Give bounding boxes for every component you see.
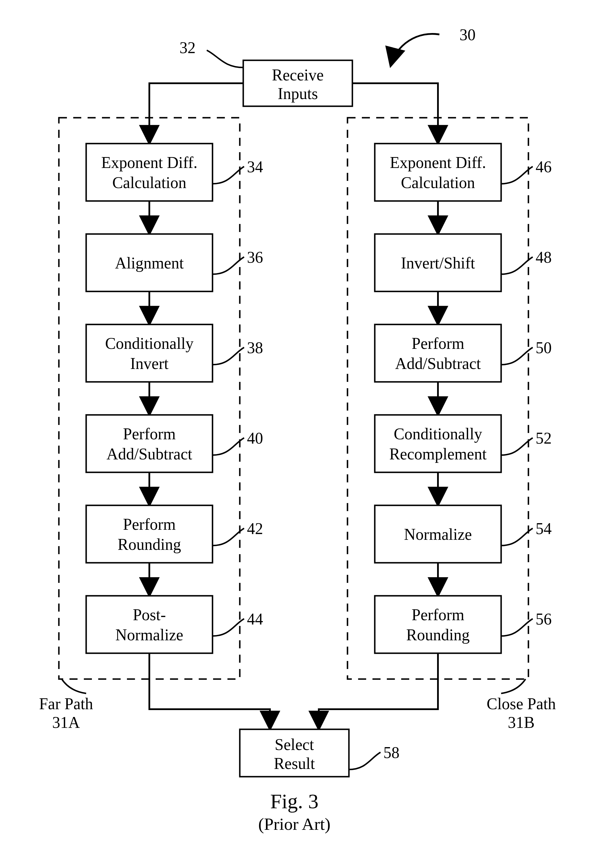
far-path-label-line2: 31A — [52, 714, 80, 731]
flowchart-svg: 30 Receive Inputs 32 Exponent Diff. Calc… — [0, 0, 616, 841]
ref-30: 30 — [459, 26, 475, 44]
far-step-5-line2: Normalize — [116, 626, 183, 644]
receive-inputs-box: Receive Inputs — [243, 60, 352, 106]
ref-30-arc — [390, 34, 439, 66]
close-step-3: Conditionally Recomplement — [375, 415, 501, 472]
svg-rect-3 — [86, 324, 213, 382]
far-step-0-ref: 34 — [247, 158, 263, 176]
far-step-3-line2: Add/Subtract — [107, 445, 192, 463]
close-step-1-ref: 48 — [535, 248, 551, 266]
far-step-3: Perform Add/Subtract — [86, 415, 213, 472]
close-step-5-line2: Rounding — [406, 626, 470, 644]
receive-inputs-line2: Inputs — [278, 85, 318, 103]
close-step-0-line2: Calculation — [401, 174, 475, 192]
far-step-3-line1: Perform — [123, 425, 176, 443]
far-path-label-leader — [62, 679, 86, 693]
far-step-0-line2: Calculation — [112, 174, 186, 192]
far-step-2-line1: Conditionally — [105, 334, 194, 352]
far-step-1-line1: Alignment — [115, 254, 184, 272]
close-step-5-ref: 56 — [535, 610, 551, 628]
far-step-5: Post- Normalize — [86, 596, 213, 653]
ref-32-leader — [207, 50, 243, 67]
close-step-4-ref: 54 — [535, 520, 551, 538]
far-step-1: Alignment — [86, 234, 213, 292]
close-step-3-ref: 52 — [535, 429, 551, 447]
far-step-0-line1: Exponent Diff. — [101, 154, 198, 171]
close-step-4: Normalize — [375, 505, 501, 563]
svg-rect-4 — [86, 415, 213, 472]
edge-start-to-far — [149, 83, 243, 144]
far-step-5-line1: Post- — [133, 606, 166, 624]
close-step-2-ref: 50 — [535, 339, 551, 357]
close-step-2: Perform Add/Subtract — [375, 324, 501, 382]
close-path-label-line2: 31B — [508, 714, 534, 731]
close-step-0-ref: 46 — [535, 158, 551, 176]
close-step-0-line1: Exponent Diff. — [390, 154, 486, 171]
close-path-label-line1: Close Path — [487, 695, 556, 713]
svg-rect-12 — [375, 596, 501, 653]
far-step-2-line2: Invert — [130, 355, 169, 372]
far-step-0: Exponent Diff. Calculation — [86, 144, 213, 201]
far-step-4-ref: 42 — [247, 520, 263, 538]
far-step-1-ref: 36 — [247, 248, 263, 266]
close-step-3-line2: Recomplement — [389, 445, 487, 463]
close-step-2-line1: Perform — [412, 334, 464, 352]
edge-close-to-select — [319, 653, 438, 729]
svg-rect-7 — [375, 144, 501, 201]
close-step-5-line1: Perform — [412, 606, 464, 624]
svg-rect-10 — [375, 415, 501, 472]
figure-label-line1: Fig. 3 — [270, 790, 318, 813]
select-result-box: Select Result — [240, 729, 349, 777]
far-step-4: Perform Rounding — [86, 505, 213, 563]
ref-58: 58 — [383, 744, 399, 762]
flowchart-figure: 30 Receive Inputs 32 Exponent Diff. Calc… — [0, 0, 616, 841]
edge-start-to-close — [352, 83, 438, 144]
far-step-2-ref: 38 — [247, 339, 263, 357]
select-result-line2: Result — [274, 755, 315, 772]
far-step-3-ref: 40 — [247, 429, 263, 447]
close-step-0: Exponent Diff. Calculation — [375, 144, 501, 201]
close-step-4-line1: Normalize — [404, 526, 472, 543]
svg-rect-5 — [86, 505, 213, 563]
ref-58-leader — [349, 752, 380, 769]
close-path-label-leader — [501, 679, 525, 693]
far-step-4-line1: Perform — [123, 516, 176, 533]
ref-32: 32 — [179, 39, 195, 57]
far-step-2: Conditionally Invert — [86, 324, 213, 382]
receive-inputs-line1: Receive — [272, 66, 324, 84]
close-step-1: Invert/Shift — [375, 234, 501, 292]
svg-rect-1 — [86, 144, 213, 201]
svg-rect-9 — [375, 324, 501, 382]
close-step-1-line1: Invert/Shift — [401, 254, 475, 272]
far-step-4-line2: Rounding — [118, 535, 181, 553]
select-result-line1: Select — [275, 736, 314, 753]
close-step-2-line2: Add/Subtract — [395, 355, 481, 372]
edge-far-to-select — [149, 653, 270, 729]
close-step-3-line1: Conditionally — [394, 425, 482, 443]
far-path-label-line1: Far Path — [39, 695, 93, 713]
figure-label-line2: (Prior Art) — [258, 815, 330, 834]
far-step-5-ref: 44 — [247, 610, 263, 628]
close-step-5: Perform Rounding — [375, 596, 501, 653]
svg-rect-6 — [86, 596, 213, 653]
